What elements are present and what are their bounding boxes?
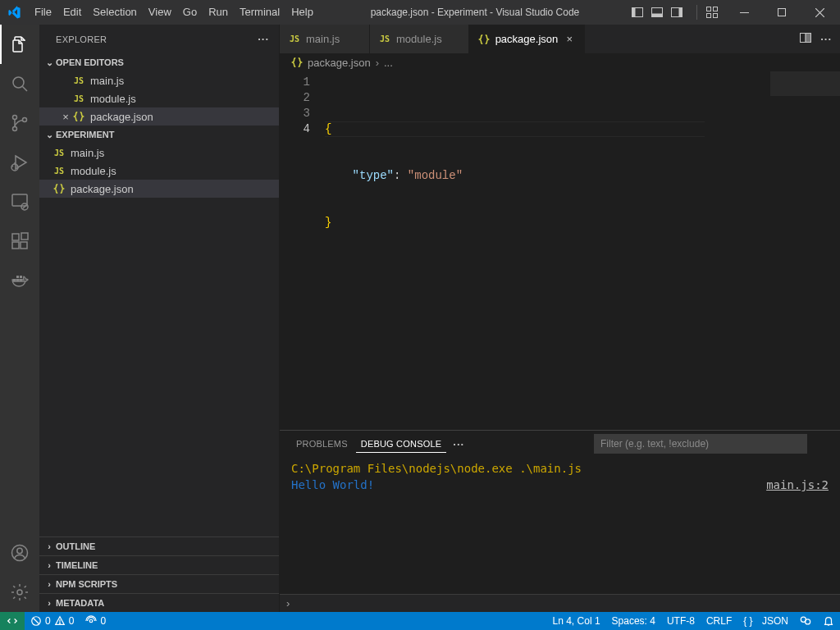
editor-group: JS main.js × JS module.js × package.json… [280, 25, 840, 612]
menu-go[interactable]: Go [177, 0, 203, 25]
section-label: METADATA [56, 598, 104, 608]
svg-point-35 [17, 548, 22, 553]
js-file-icon: JS [378, 33, 391, 46]
panel-tab-debug-console[interactable]: DEBUG CONSOLE [356, 436, 447, 453]
svg-rect-5 [679, 8, 682, 17]
editor-tab[interactable]: JS module.js × [370, 25, 469, 53]
activity-settings-icon[interactable] [0, 573, 39, 612]
svg-rect-22 [12, 194, 27, 206]
svg-rect-32 [16, 276, 19, 278]
open-editor-item[interactable]: × JS module.js [39, 89, 279, 107]
customize-layout-icon[interactable] [705, 6, 719, 19]
activity-explorer-icon[interactable] [0, 25, 39, 64]
bottom-panel: PROBLEMS DEBUG CONSOLE ··· C:\Program Fi… [280, 430, 840, 594]
status-problems[interactable]: 0 0 [25, 612, 80, 630]
toggle-primary-sidebar-icon[interactable] [631, 6, 644, 19]
open-editor-item[interactable]: × JS main.js [39, 71, 279, 89]
activity-search-icon[interactable] [0, 64, 39, 103]
breadcrumb[interactable]: package.json › ... [280, 53, 840, 71]
menu-help[interactable]: Help [285, 0, 319, 25]
status-ports[interactable]: 0 [80, 612, 112, 630]
outline-section[interactable]: OUTLINE [39, 537, 279, 555]
activity-run-debug-icon[interactable] [0, 143, 39, 182]
line-number: 2 [280, 90, 310, 106]
status-indentation[interactable]: Spaces: 4 [606, 612, 661, 630]
svg-point-18 [11, 164, 18, 171]
token-key: "type" [353, 169, 394, 182]
line-number-gutter: 1 2 3 4 [280, 71, 325, 430]
metadata-section[interactable]: METADATA [39, 594, 279, 612]
status-eol[interactable]: CRLF [701, 612, 737, 630]
project-file-item[interactable]: JS module.js [39, 162, 279, 180]
svg-point-49 [90, 619, 94, 623]
panel-tab-problems[interactable]: PROBLEMS [291, 436, 353, 452]
project-file-item-selected[interactable]: package.json [39, 180, 279, 198]
json-file-icon [72, 110, 85, 123]
debug-console-filter-input[interactable] [594, 434, 807, 454]
divider [696, 5, 697, 20]
panel-tab-bar: PROBLEMS DEBUG CONSOLE ··· [280, 431, 840, 457]
menu-selection[interactable]: Selection [87, 0, 142, 25]
sidebar-more-icon[interactable]: ··· [258, 33, 269, 45]
window-close-button[interactable] [801, 0, 838, 25]
status-feedback-icon[interactable] [794, 612, 817, 630]
svg-point-48 [59, 623, 60, 623]
npm-scripts-section[interactable]: NPM SCRIPTS [39, 575, 279, 593]
close-icon[interactable]: × [59, 111, 72, 123]
status-cursor-position[interactable]: Ln 4, Col 1 [547, 612, 606, 630]
open-editors-label: OPEN EDITORS [56, 57, 124, 67]
toggle-secondary-sidebar-icon[interactable] [670, 6, 683, 19]
js-file-icon: JS [52, 146, 66, 159]
timeline-section[interactable]: TIMELINE [39, 556, 279, 574]
menu-terminal[interactable]: Terminal [234, 0, 285, 25]
tab-label: package.json [495, 33, 559, 45]
editor-body[interactable]: 1 2 3 4 { "type": "module" } [280, 71, 840, 430]
open-editors-header[interactable]: ⌄ OPEN EDITORS [39, 53, 279, 71]
toggle-panel-icon[interactable] [651, 6, 664, 19]
panel-more-icon[interactable]: ··· [453, 438, 464, 450]
svg-marker-17 [16, 156, 26, 169]
svg-rect-39 [806, 34, 811, 43]
project-file-item[interactable]: JS main.js [39, 144, 279, 162]
activity-source-control-icon[interactable] [0, 103, 39, 143]
panel-breadcrumb[interactable]: › [280, 594, 840, 612]
breadcrumb-file[interactable]: package.json [308, 57, 371, 69]
code-content[interactable]: { "type": "module" } [325, 71, 770, 430]
section-label: OUTLINE [56, 541, 95, 551]
status-encoding[interactable]: UTF-8 [661, 612, 701, 630]
breadcrumb-more[interactable]: ... [384, 57, 393, 69]
window-maximize-button[interactable] [763, 0, 801, 25]
open-editor-item-active[interactable]: × package.json [39, 107, 279, 126]
js-file-icon: JS [288, 33, 301, 46]
activity-accounts-icon[interactable] [0, 533, 39, 573]
minimap[interactable] [770, 71, 840, 430]
editor-tab-bar: JS main.js × JS module.js × package.json… [280, 25, 840, 53]
error-count: 0 [45, 615, 51, 627]
menu-view[interactable]: View [143, 0, 177, 25]
console-source-link[interactable]: main.js:2 [766, 477, 829, 493]
menu-edit[interactable]: Edit [57, 0, 87, 25]
more-actions-icon[interactable]: ··· [820, 33, 832, 45]
close-icon[interactable]: × [563, 33, 576, 45]
editor-tab-active[interactable]: package.json × [469, 25, 586, 53]
menu-file[interactable]: File [29, 0, 57, 25]
activity-docker-icon[interactable] [0, 261, 39, 300]
js-file-icon: JS [72, 92, 85, 105]
json-file-icon [52, 182, 66, 195]
status-language-mode[interactable]: { } JSON [737, 612, 794, 630]
file-name: main.js [90, 75, 124, 87]
menu-run[interactable]: Run [203, 0, 234, 25]
token-indent [325, 169, 353, 182]
status-notifications-icon[interactable] [817, 612, 840, 630]
split-editor-icon[interactable] [799, 31, 812, 47]
project-header[interactable]: ⌄ EXPERIMENT [39, 126, 279, 144]
line-number: 4 [280, 121, 310, 137]
activity-extensions-icon[interactable] [0, 221, 39, 261]
editor-tab[interactable]: JS main.js × [280, 25, 370, 53]
debug-console-output[interactable]: C:\Program Files\nodejs\node.exe .\main.… [280, 457, 840, 594]
window-minimize-button[interactable] [725, 0, 763, 25]
activity-remote-explorer-icon[interactable] [0, 182, 39, 221]
chevron-down-icon: ⌄ [43, 130, 56, 140]
minimap-viewport[interactable] [770, 71, 840, 96]
remote-indicator[interactable] [0, 612, 25, 630]
